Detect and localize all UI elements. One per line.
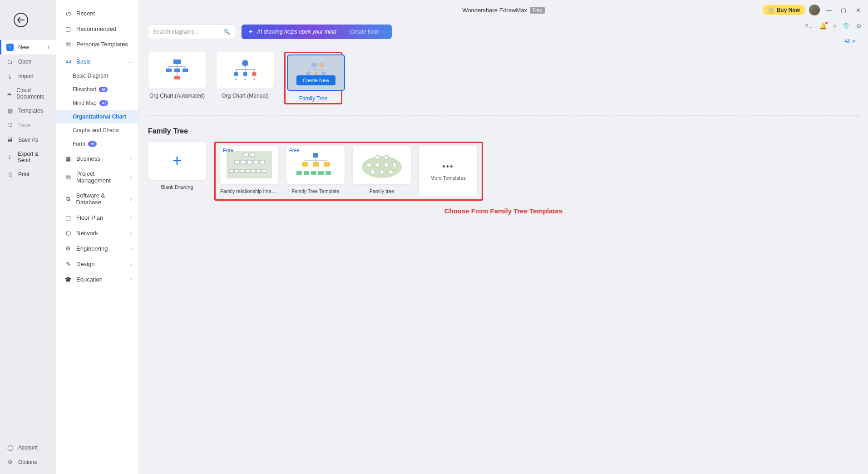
cat-business[interactable]: ▦ Business xyxy=(56,151,138,166)
svg-point-49 xyxy=(380,170,384,174)
cat-software-label: Software & Database xyxy=(76,192,130,206)
cat-software[interactable]: ⧉ Software & Database xyxy=(56,188,138,210)
ai-badge: AI xyxy=(88,141,97,147)
cat-basic[interactable]: 🏷 Basic xyxy=(56,54,138,69)
file-templates[interactable]: ▥ Templates xyxy=(0,104,56,118)
tpl-family-tree-template[interactable]: Free Family Tree Template xyxy=(286,146,345,197)
cat-floor-label: Floor Plan xyxy=(76,214,103,221)
sub-org-chart[interactable]: Organizational Chart xyxy=(56,110,138,123)
cat-recent[interactable]: ◷ Recent xyxy=(56,5,138,21)
file-options-label: Options xyxy=(18,459,37,465)
cat-recommended[interactable]: ▢ Recommended xyxy=(56,21,138,36)
minimize-button[interactable]: — xyxy=(824,5,834,15)
ellipsis-icon: ••• xyxy=(443,162,454,172)
svg-rect-32 xyxy=(313,153,318,158)
search-input[interactable]: Search diagrams... 🔍 xyxy=(148,25,235,39)
file-open-label: Open xyxy=(18,59,31,65)
sub-flowchart[interactable]: FlowchartAI xyxy=(56,83,138,96)
file-save: 🖫 Save xyxy=(0,118,56,133)
svg-point-6 xyxy=(234,72,238,76)
file-options[interactable]: ⚙ Options xyxy=(0,455,56,469)
type-family-tree[interactable]: Create New Family Tree xyxy=(284,52,342,104)
search-icon: 🔍 xyxy=(223,29,230,35)
svg-rect-14 xyxy=(306,72,311,75)
cart-icon: 🛒 xyxy=(768,7,775,13)
svg-rect-15 xyxy=(314,72,318,75)
cat-floor[interactable]: ▢ Floor Plan xyxy=(56,210,138,225)
svg-rect-25 xyxy=(229,169,233,173)
cat-engineering[interactable]: ⚙ Engineering xyxy=(56,241,138,256)
maximize-button[interactable]: ▢ xyxy=(838,5,849,15)
sub-form[interactable]: FormAI xyxy=(56,137,138,151)
close-button[interactable]: ✕ xyxy=(853,5,863,15)
edition-badge: Free xyxy=(530,7,545,14)
svg-rect-20 xyxy=(235,160,239,164)
export-icon: ⇪ xyxy=(6,153,13,161)
cat-project-label: Project Management xyxy=(76,170,130,184)
personal-icon: ▤ xyxy=(64,40,72,48)
file-print[interactable]: ⎙ Print xyxy=(0,167,56,182)
type-org-manual[interactable]: Org Chart (Manual) xyxy=(216,52,274,104)
svg-rect-13 xyxy=(319,63,324,67)
file-open[interactable]: 🗀 Open xyxy=(0,54,56,69)
file-account[interactable]: ◯ Account xyxy=(0,440,56,455)
software-icon: ⧉ xyxy=(64,195,72,202)
cat-personal[interactable]: ▤ Personal Templates xyxy=(56,36,138,52)
back-button[interactable] xyxy=(14,13,28,27)
buy-now-button[interactable]: 🛒 Buy Now xyxy=(763,5,805,15)
type-org-manual-label: Org Chart (Manual) xyxy=(216,93,274,99)
svg-point-45 xyxy=(375,163,380,167)
cat-education-label: Education xyxy=(76,276,103,283)
tshirt-icon[interactable]: 👕 xyxy=(843,23,850,30)
project-icon: ▤ xyxy=(64,173,72,181)
cat-network[interactable]: ⬡ Network xyxy=(56,225,138,241)
file-cloud[interactable]: ☁ Cloud Documents xyxy=(0,84,56,104)
svg-rect-30 xyxy=(256,169,261,173)
annotation-text: Choose From Family Tree Templates xyxy=(148,207,859,215)
free-tag: Free xyxy=(223,148,233,153)
tpl-family-tree[interactable]: Family tree xyxy=(353,146,411,197)
svg-point-50 xyxy=(389,170,393,174)
tpl-t3-label: Family tree xyxy=(353,188,411,194)
svg-rect-26 xyxy=(235,169,239,173)
cat-recent-label: Recent xyxy=(76,10,95,17)
more-templates-label: More Templates xyxy=(430,175,466,181)
sub-basic-diagram[interactable]: Basic Diagram xyxy=(56,69,138,83)
ai-banner[interactable]: ✦ AI drawing helps open your mind Create… xyxy=(242,25,392,39)
file-export[interactable]: ⇪ Export & Send xyxy=(0,147,56,167)
cat-design[interactable]: ✎ Design xyxy=(56,256,138,272)
cat-project[interactable]: ▤ Project Management xyxy=(56,166,138,188)
create-now-link[interactable]: Create Now → xyxy=(350,29,386,35)
file-import[interactable]: ⭳ Import xyxy=(0,69,56,84)
cat-personal-label: Personal Templates xyxy=(76,41,128,48)
type-org-auto[interactable]: Org Chart (Automated) xyxy=(148,52,206,104)
file-export-label: Export & Send xyxy=(18,151,50,163)
type-org-auto-label: Org Chart (Automated) xyxy=(148,93,206,99)
apps-icon[interactable]: ⌗ xyxy=(833,23,836,30)
tpl-blank[interactable]: + Blank Drawing xyxy=(148,142,206,190)
tpl-family-relationship[interactable]: Free Family relationship image ... xyxy=(220,146,278,197)
cat-education[interactable]: 🎓 Education xyxy=(56,272,138,287)
svg-point-44 xyxy=(367,163,371,167)
file-save-as[interactable]: 🖬 Save As xyxy=(0,133,56,147)
file-new-label: New xyxy=(18,44,29,50)
sub-graphs[interactable]: Graphs and Charts xyxy=(56,123,138,137)
bell-icon[interactable]: 🔔 xyxy=(819,23,827,30)
svg-point-10 xyxy=(245,79,246,80)
plus-icon: + xyxy=(172,151,182,170)
file-new[interactable]: + New + xyxy=(0,40,56,54)
settings-icon[interactable]: ⚙ xyxy=(856,23,862,30)
network-icon: ⬡ xyxy=(64,229,72,237)
svg-rect-27 xyxy=(240,169,244,173)
folder-icon: 🗀 xyxy=(6,58,14,65)
help-icon[interactable]: ?⌄ xyxy=(805,23,813,30)
user-avatar[interactable] xyxy=(809,5,820,15)
file-import-label: Import xyxy=(18,73,34,79)
svg-rect-1 xyxy=(166,69,172,72)
add-icon[interactable]: + xyxy=(47,44,50,50)
engineering-icon: ⚙ xyxy=(64,245,72,252)
svg-rect-36 xyxy=(296,171,302,175)
sub-mindmap[interactable]: Mind MapAI xyxy=(56,96,138,110)
create-new-button[interactable]: Create New xyxy=(296,75,335,85)
more-templates[interactable]: ••• More Templates xyxy=(419,146,477,197)
